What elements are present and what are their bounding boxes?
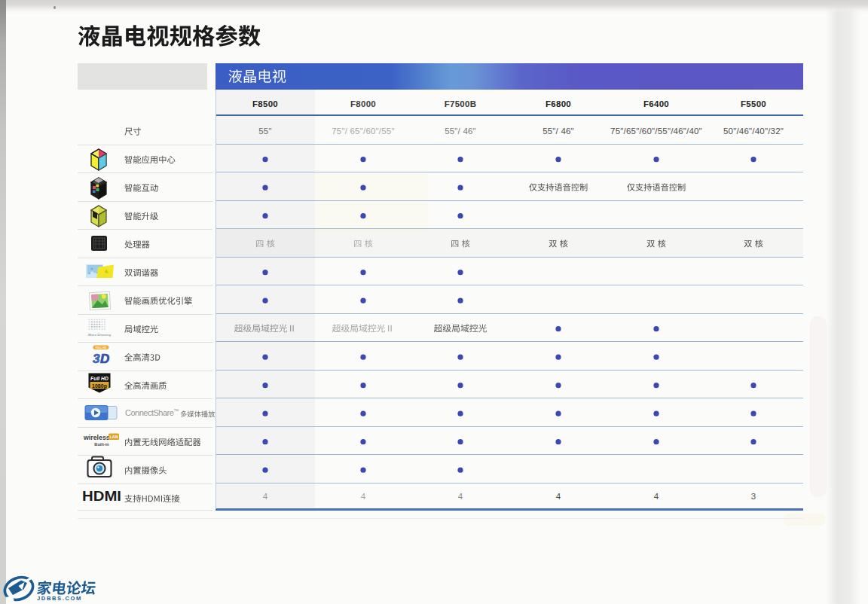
svg-text:JDBBS.COM: JDBBS.COM — [37, 595, 82, 602]
svg-text:HDMI: HDMI — [82, 488, 121, 504]
svg-text:FULL HD: FULL HD — [96, 346, 107, 349]
svg-text:3: 3 — [93, 352, 100, 366]
svg-text:D: D — [100, 352, 109, 366]
svg-text:1080p: 1080p — [92, 383, 107, 389]
svg-text:wireless: wireless — [83, 434, 110, 441]
svg-text:LAN: LAN — [109, 435, 118, 439]
svg-text:Full HD: Full HD — [90, 376, 108, 381]
svg-text:Micro Dimming: Micro Dimming — [88, 333, 112, 337]
svg-text:Built-in: Built-in — [94, 442, 109, 447]
